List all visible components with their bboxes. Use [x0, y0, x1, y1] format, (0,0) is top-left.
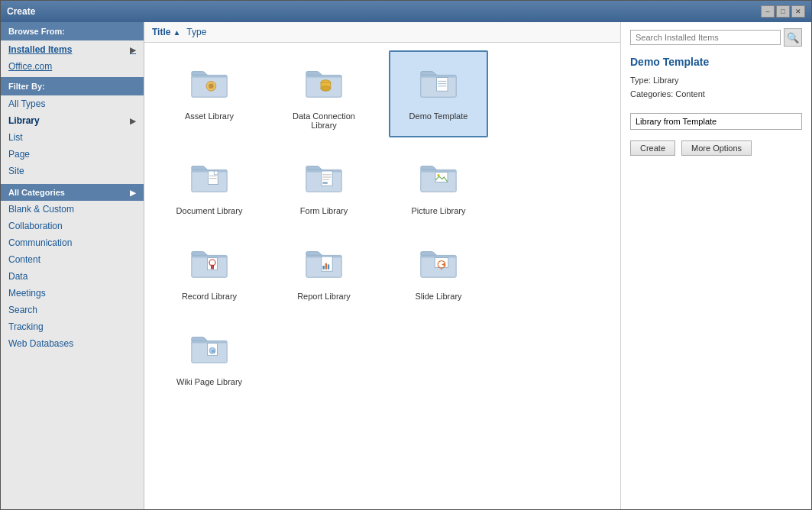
sidebar-item-all-types[interactable]: All Types: [1, 95, 144, 112]
main-content: Asset Library Data Connection Library: [144, 43, 620, 509]
sidebar: Browse From: Installed Items ▶ Office.co…: [1, 22, 144, 509]
title-bar: Create – □ ✕: [1, 1, 811, 22]
svg-rect-26: [322, 182, 327, 183]
main-toolbar: Title ▲ Type: [144, 22, 620, 43]
slide-icon: [414, 238, 463, 287]
grid-item-document-library[interactable]: Document Library: [160, 145, 259, 223]
sidebar-item-web-databases[interactable]: Web Databases: [1, 335, 144, 352]
svg-text:W: W: [211, 349, 215, 353]
svg-rect-46: [441, 267, 442, 270]
window-title: Create: [7, 6, 35, 17]
close-button[interactable]: ✕: [791, 5, 805, 18]
browse-from-header: Browse From:: [1, 22, 144, 40]
svg-rect-28: [421, 169, 456, 172]
grid-item-report-library[interactable]: Report Library: [274, 231, 374, 308]
installed-items-chevron: ▶: [130, 46, 136, 54]
svg-rect-48: [192, 341, 227, 343]
sidebar-item-site[interactable]: Site: [1, 163, 144, 179]
grid-item-asset-library[interactable]: Asset Library: [160, 50, 259, 137]
sort-arrow-up: ▲: [173, 28, 180, 37]
name-input[interactable]: [630, 113, 802, 130]
sidebar-item-installed-items[interactable]: Installed Items ▶: [1, 40, 144, 59]
grid-item-label-report-library: Report Library: [297, 292, 351, 301]
data-connection-icon: [299, 58, 348, 107]
grid-item-label-demo-template: Demo Template: [409, 111, 468, 121]
grid-item-data-connection-library[interactable]: Data Connection Library: [274, 50, 374, 137]
grid-item-label-picture-library: Picture Library: [412, 206, 466, 215]
action-buttons: Create More Options: [630, 140, 802, 156]
filter-by-header: Filter By:: [1, 77, 144, 95]
wiki-icon: W: [185, 324, 234, 373]
svg-rect-32: [192, 255, 227, 257]
grid-item-slide-library[interactable]: Slide Library: [389, 231, 488, 308]
items-grid: Asset Library Data Connection Library: [160, 50, 613, 394]
detail-type: Type: Library Categories: Content: [630, 74, 802, 101]
picture-icon: [414, 153, 463, 202]
grid-item-label-slide-library: Slide Library: [415, 292, 461, 301]
grid-item-record-library[interactable]: Record Library: [160, 231, 259, 308]
minimize-button[interactable]: –: [761, 5, 775, 18]
form-icon: [299, 153, 348, 202]
svg-rect-43: [421, 255, 456, 257]
sidebar-item-collaboration[interactable]: Collaboration: [1, 218, 144, 234]
categories-list: Blank & CustomCollaborationCommunication…: [1, 201, 144, 352]
report-icon: [299, 238, 348, 287]
main-area: Title ▲ Type Asset Library: [144, 22, 620, 509]
svg-rect-44: [435, 258, 448, 268]
sidebar-item-page[interactable]: Page: [1, 146, 144, 163]
sidebar-item-search[interactable]: Search: [1, 302, 144, 318]
sidebar-item-list[interactable]: List: [1, 129, 144, 146]
right-panel: 🔍 Demo Template Type: Library Categories…: [620, 22, 811, 509]
asset-icon: [185, 58, 234, 107]
svg-rect-40: [325, 263, 327, 270]
grid-item-form-library[interactable]: Form Library: [274, 145, 374, 223]
svg-point-8: [321, 86, 331, 91]
grid-item-label-document-library: Document Library: [176, 206, 243, 215]
create-button[interactable]: Create: [630, 140, 675, 156]
maximize-button[interactable]: □: [776, 5, 790, 18]
grid-item-wiki-page-library[interactable]: W Wiki Page Library: [160, 316, 259, 394]
grid-item-label-form-library: Form Library: [300, 206, 348, 215]
detail-title: Demo Template: [630, 56, 802, 68]
content-area: Browse From: Installed Items ▶ Office.co…: [1, 22, 811, 509]
svg-rect-29: [435, 173, 448, 182]
grid-item-demo-template[interactable]: Demo Template: [389, 50, 488, 137]
demo-icon: [414, 58, 463, 107]
sidebar-item-office[interactable]: Office.com: [1, 59, 144, 74]
svg-point-3: [209, 84, 213, 89]
record-icon: [185, 238, 234, 287]
sidebar-item-communication[interactable]: Communication: [1, 234, 144, 251]
create-window: Create – □ ✕ Browse From: Installed Item…: [0, 0, 812, 510]
search-button[interactable]: 🔍: [784, 28, 802, 47]
search-row: 🔍: [630, 28, 802, 47]
sidebar-item-tracking[interactable]: Tracking: [1, 318, 144, 335]
sort-by-type[interactable]: Type: [186, 27, 206, 37]
svg-rect-35: [211, 265, 213, 269]
sidebar-item-data[interactable]: Data: [1, 268, 144, 285]
all-categories-header[interactable]: All Categories ▶: [1, 184, 144, 201]
svg-rect-41: [328, 264, 329, 269]
sidebar-item-meetings[interactable]: Meetings: [1, 285, 144, 302]
svg-rect-10: [421, 75, 456, 77]
all-categories-chevron: ▶: [130, 189, 136, 197]
sort-by-title[interactable]: Title ▲: [152, 27, 180, 37]
svg-rect-5: [306, 75, 341, 77]
sidebar-item-blank---custom[interactable]: Blank & Custom: [1, 201, 144, 218]
more-options-button[interactable]: More Options: [681, 140, 752, 156]
title-bar-controls: – □ ✕: [761, 5, 805, 18]
grid-item-label-asset-library: Asset Library: [185, 111, 234, 121]
search-input[interactable]: [630, 30, 781, 45]
document-icon: [185, 153, 234, 202]
grid-item-label-data-connection-library: Data Connection Library: [282, 111, 366, 130]
library-chevron: ▶: [130, 117, 136, 125]
sidebar-item-library[interactable]: Library ▶: [1, 112, 144, 129]
sidebar-item-content[interactable]: Content: [1, 251, 144, 268]
svg-rect-39: [322, 266, 324, 270]
svg-rect-1: [192, 75, 227, 77]
grid-item-label-record-library: Record Library: [182, 292, 237, 301]
grid-item-picture-library[interactable]: Picture Library: [389, 145, 488, 223]
grid-item-label-wiki-page-library: Wiki Page Library: [176, 377, 242, 386]
svg-rect-11: [437, 78, 448, 92]
svg-rect-17: [208, 171, 218, 185]
